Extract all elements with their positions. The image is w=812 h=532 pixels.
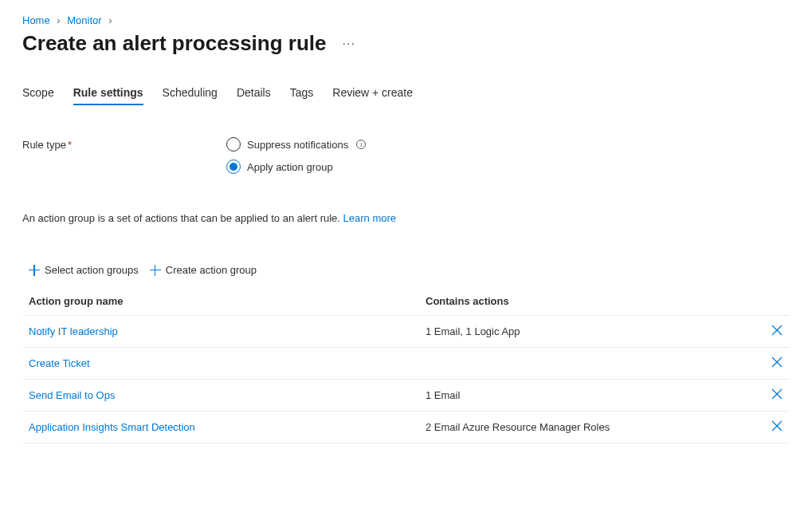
- tab-rule-settings[interactable]: Rule settings: [73, 86, 143, 105]
- tab-scheduling[interactable]: Scheduling: [163, 86, 218, 105]
- table-row: Create Ticket: [22, 348, 790, 380]
- radio-label: Apply action group: [247, 161, 333, 173]
- action-groups-table: Action group name Contains actions Notif…: [22, 287, 790, 443]
- tab-review-create[interactable]: Review + create: [332, 86, 413, 105]
- close-icon[interactable]: [771, 324, 783, 337]
- tabs: Scope Rule settings Scheduling Details T…: [22, 86, 790, 105]
- breadcrumb-home[interactable]: Home: [22, 14, 50, 26]
- breadcrumb-monitor[interactable]: Monitor: [67, 14, 101, 26]
- close-icon[interactable]: [771, 420, 783, 432]
- more-icon[interactable]: ···: [342, 37, 355, 51]
- radio-label: Suppress notifications: [247, 139, 348, 151]
- close-icon[interactable]: [771, 388, 783, 400]
- rule-type-label: Rule type*: [22, 136, 226, 151]
- radio-icon-selected: [226, 160, 241, 174]
- tab-details[interactable]: Details: [237, 86, 271, 105]
- table-row: Notify IT leadership1 Email, 1 Logic App: [22, 316, 790, 348]
- contains-actions-cell: 1 Email: [426, 389, 761, 401]
- description-text: An action group is a set of actions that…: [22, 212, 790, 224]
- chevron-right-icon: ›: [57, 14, 60, 26]
- page-title: Create an alert processing rule: [22, 31, 326, 56]
- contains-actions-cell: 2 Email Azure Resource Manager Roles: [426, 421, 761, 433]
- tab-scope[interactable]: Scope: [22, 86, 54, 105]
- info-icon[interactable]: i: [356, 140, 366, 149]
- table-header-name: Action group name: [29, 295, 426, 307]
- close-icon[interactable]: [771, 356, 783, 368]
- action-group-link[interactable]: Create Ticket: [29, 357, 90, 369]
- action-group-link[interactable]: Send Email to Ops: [29, 389, 115, 401]
- table-row: Application Insights Smart Detection2 Em…: [22, 412, 790, 443]
- radio-apply-action-group[interactable]: Apply action group: [226, 158, 366, 175]
- tab-tags[interactable]: Tags: [290, 86, 314, 105]
- radio-icon-unselected: [226, 137, 241, 152]
- table-header-contains: Contains actions: [426, 295, 783, 307]
- action-group-link[interactable]: Application Insights Smart Detection: [29, 421, 195, 433]
- create-action-group-button[interactable]: Create action group: [150, 264, 257, 276]
- plus-icon: [150, 265, 161, 276]
- contains-actions-cell: 1 Email, 1 Logic App: [426, 325, 761, 337]
- breadcrumb: Home › Monitor ›: [22, 14, 790, 26]
- radio-suppress-notifications[interactable]: Suppress notifications i: [226, 136, 366, 153]
- learn-more-link[interactable]: Learn more: [343, 212, 396, 224]
- select-action-groups-button[interactable]: Select action groups: [29, 264, 139, 276]
- action-group-link[interactable]: Notify IT leadership: [29, 325, 118, 337]
- chevron-right-icon: ›: [108, 14, 112, 26]
- table-row: Send Email to Ops1 Email: [22, 380, 790, 412]
- plus-icon: [29, 265, 40, 276]
